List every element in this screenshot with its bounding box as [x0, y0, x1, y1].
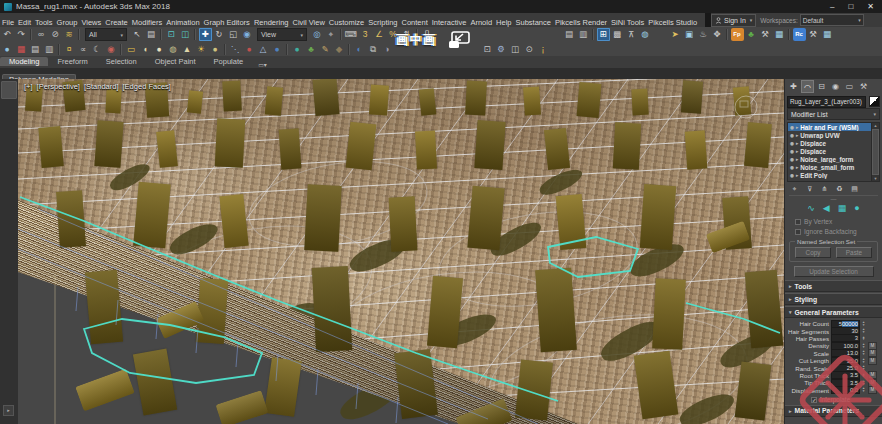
motion-tab-icon[interactable]: ◉: [829, 80, 842, 93]
scroll-up-icon[interactable]: ▲: [874, 123, 878, 128]
spinner-arrows[interactable]: ▲▼: [861, 358, 866, 364]
expand-icon[interactable]: ▸: [796, 165, 798, 170]
modifier-stack-row[interactable]: ◉ ▸ Edit Poly: [788, 171, 872, 179]
checkbox-icon[interactable]: [795, 229, 801, 235]
select-and-manipulate-icon[interactable]: ⌖: [325, 28, 338, 41]
modifier-stack-row[interactable]: ◉ ▸ Unwrap UVW: [788, 131, 872, 139]
render-production-icon[interactable]: ♨: [697, 28, 710, 41]
display-tab-icon[interactable]: ▭: [843, 80, 856, 93]
railclone-icon[interactable]: Rc: [793, 28, 806, 41]
render-setup-icon[interactable]: ➤: [669, 28, 682, 41]
schematic-view-icon[interactable]: ⊼: [625, 28, 638, 41]
forest-library-icon[interactable]: ▦: [773, 28, 786, 41]
pin-stack-icon[interactable]: ⌖: [789, 184, 800, 194]
configure-modifier-sets-icon[interactable]: ▤: [849, 184, 860, 194]
sign-in-button[interactable]: Sign In ▾: [711, 14, 756, 27]
layer-explorer-icon[interactable]: ▥: [577, 28, 590, 41]
scroll-down-icon[interactable]: ▼: [874, 176, 878, 181]
expand-icon[interactable]: ▸: [796, 141, 798, 146]
reference-coordinate-dropdown[interactable]: View ▾: [257, 28, 307, 41]
ignore-backfacing-checkbox[interactable]: Ignore Backfacing: [795, 227, 882, 236]
modifier-stack-row[interactable]: ◉ ▸ Displace: [788, 139, 872, 147]
object-color-swatch[interactable]: [869, 96, 880, 107]
angle-snap-icon[interactable]: ∠: [373, 28, 386, 41]
map-button[interactable]: M: [868, 357, 877, 365]
spinner-arrows[interactable]: ▲▼: [861, 321, 866, 327]
pip-label[interactable]: 画中画: [396, 32, 437, 49]
copy-button[interactable]: Copy: [795, 247, 831, 258]
picture-in-picture-icon[interactable]: [447, 30, 471, 50]
forest-tree-icon[interactable]: ♣: [745, 28, 758, 41]
map-button[interactable]: M: [868, 386, 877, 394]
select-and-scale-icon[interactable]: ◱: [227, 28, 240, 41]
keyboard-shortcut-override-icon[interactable]: ⌨: [345, 28, 358, 41]
rollout-header[interactable]: ▸ Tools: [785, 280, 882, 292]
transform-box-icon[interactable]: ⊡: [481, 43, 494, 56]
modifier-stack-row[interactable]: ◉ ▸ Noise_large_form: [788, 155, 872, 163]
select-object-icon[interactable]: ↖: [131, 28, 144, 41]
ribbon-tab[interactable]: Populate: [205, 57, 253, 66]
earth-icon[interactable]: ●: [271, 43, 284, 56]
hierarchy-tab-icon[interactable]: ⊟: [815, 80, 828, 93]
guides-subobject-icon[interactable]: ∿: [807, 202, 815, 215]
expand-icon[interactable]: ▸: [796, 157, 798, 162]
select-and-place-icon[interactable]: ◉: [241, 28, 254, 41]
expand-icon[interactable]: ▸: [796, 133, 798, 138]
curve-editor-icon[interactable]: ▩: [611, 28, 624, 41]
viewport-label[interactable]: [Edged Faces]: [123, 82, 171, 91]
select-and-rotate-icon[interactable]: ↻: [213, 28, 226, 41]
unlink-selection-icon[interactable]: ⊘: [49, 28, 62, 41]
scene-explorer-icon[interactable]: ▤: [563, 28, 576, 41]
close-button[interactable]: ✕: [867, 0, 874, 13]
material-editor-icon[interactable]: ◍: [639, 28, 652, 41]
projection-box-icon[interactable]: ◫: [509, 43, 522, 56]
spinner-arrows[interactable]: ▲▼: [861, 350, 866, 356]
window-crossing-icon[interactable]: ◫: [179, 28, 192, 41]
interpolate-checkbox[interactable]: Interpolate: [811, 396, 882, 404]
remove-modifier-icon[interactable]: ♻: [834, 184, 845, 194]
viewport-label[interactable]: [+]: [24, 82, 33, 91]
show-end-result-icon[interactable]: ⊽: [804, 184, 815, 194]
rendered-frame-window-icon[interactable]: ▣: [683, 28, 696, 41]
snaps-toggle-icon[interactable]: 3: [359, 28, 372, 41]
rock-tool-icon[interactable]: ◆: [333, 43, 346, 56]
ocean-tool-icon[interactable]: ◐: [353, 43, 366, 56]
stack-scrollbar[interactable]: ▲ ▼: [871, 123, 879, 181]
faces-subobject-icon[interactable]: ▦: [838, 202, 847, 215]
undo-icon[interactable]: ↶: [1, 28, 14, 41]
camera-rig-icon[interactable]: △: [257, 43, 270, 56]
layout-expand-icon[interactable]: ▸: [3, 405, 14, 416]
modifier-stack-row[interactable]: ◉ ▸ Hair and Fur (WSM): [788, 123, 872, 131]
expand-icon[interactable]: ▸: [796, 125, 798, 130]
modifier-stack-row[interactable]: ◉ ▸ Noise_small_form: [788, 163, 872, 171]
gears-tool-icon[interactable]: ⚙: [495, 43, 508, 56]
maximize-button[interactable]: □: [848, 0, 853, 13]
visibility-icon[interactable]: ◉: [790, 165, 794, 170]
paste-button[interactable]: Paste: [836, 247, 872, 258]
pendant-lamp-icon[interactable]: ¡: [537, 43, 550, 56]
param-value-field[interactable]: 0.0: [831, 386, 860, 394]
scroll-thumb[interactable]: [872, 129, 879, 175]
visibility-icon[interactable]: ◉: [790, 141, 794, 146]
make-unique-icon[interactable]: ⋔: [819, 184, 830, 194]
copitor-icon[interactable]: ⧉: [367, 43, 380, 56]
spinner-arrows[interactable]: ▲▼: [861, 328, 866, 334]
viewport-layout-tab[interactable]: [1, 81, 17, 99]
viewport[interactable]: [+][Perspective][Standard][Edged Faces]: [18, 79, 784, 424]
teal-material-icon[interactable]: ●: [291, 43, 304, 56]
rectangular-selection-region-icon[interactable]: ⊡: [165, 28, 178, 41]
expand-icon[interactable]: ▸: [796, 149, 798, 154]
checkbox-icon[interactable]: [795, 219, 801, 225]
select-link-icon[interactable]: ∞: [35, 28, 48, 41]
modifier-stack-row[interactable]: ◉ ▸ Displace: [788, 147, 872, 155]
railclone-library-icon[interactable]: ▦: [821, 28, 834, 41]
ribbon-tab[interactable]: Modeling: [0, 57, 48, 66]
spinner-arrows[interactable]: ▲▼: [861, 387, 866, 393]
leaf-scatter-icon[interactable]: ♣: [305, 43, 318, 56]
ribbon-options-icon[interactable]: ▭▾: [258, 61, 267, 68]
ribbon-tab[interactable]: Object Paint: [146, 57, 205, 66]
spinner-arrows[interactable]: ▲▼: [861, 343, 866, 349]
ribbon-toggle-icon[interactable]: ⊞: [597, 28, 610, 41]
utilities-tab-icon[interactable]: ⚒: [857, 80, 870, 93]
create-tab-icon[interactable]: ✚: [787, 80, 800, 93]
